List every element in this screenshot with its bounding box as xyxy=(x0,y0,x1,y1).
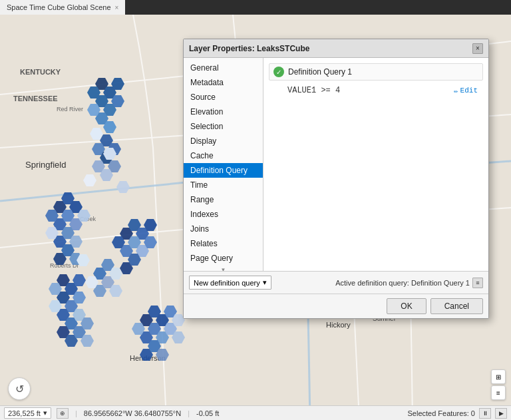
edit-label: Edit xyxy=(460,87,478,95)
layer-properties-dialog: Layer Properties: LeaksSTCube × General … xyxy=(183,39,489,319)
cancel-button[interactable]: Cancel xyxy=(430,298,483,314)
map-table-button[interactable]: ≡ xyxy=(491,385,506,400)
reset-icon: ↺ xyxy=(15,383,24,395)
edit-pencil-icon: ✏ xyxy=(454,87,458,95)
coordinates-display: 86.9565662°W 36.6480755°N xyxy=(84,409,181,417)
main-tab[interactable]: Space Time Cube Global Scene × xyxy=(0,0,125,15)
scale-arrow: ▾ xyxy=(43,409,47,417)
nav-item-definition-query[interactable]: Definition Query xyxy=(184,163,263,178)
elevation-display: -0.05 ft xyxy=(196,409,219,417)
dialog-close-button[interactable]: × xyxy=(472,43,483,54)
play-button[interactable]: ▶ xyxy=(495,408,507,419)
map-reset-button[interactable]: ↺ xyxy=(8,377,31,400)
nav-item-elevation[interactable]: Elevation xyxy=(184,105,263,119)
status-bar: 236,525 ft ▾ ⊕ | 86.9565662°W 36.6480755… xyxy=(0,405,511,420)
dropdown-arrow-icon: ▾ xyxy=(263,278,267,287)
map-right-buttons: ⊞ ≡ xyxy=(491,369,506,400)
dialog-content: ✓ Definition Query 1 VALUE1 >= 4 ✏ Edit xyxy=(263,58,488,271)
table-icon: ≡ xyxy=(496,389,500,397)
zoom-fit-button[interactable]: ⊕ xyxy=(57,408,69,419)
new-query-label: New definition query xyxy=(194,279,260,287)
nav-item-joins[interactable]: Joins xyxy=(184,222,263,236)
selected-features-text: Selected Features: 0 xyxy=(407,409,475,417)
svg-text:Hickory: Hickory xyxy=(326,321,351,329)
svg-text:Red River: Red River xyxy=(57,106,83,112)
status-right: Selected Features: 0 ⏸ ▶ xyxy=(407,408,507,419)
dialog-title: Layer Properties: LeaksSTCube xyxy=(189,44,309,53)
active-query-label: Active definition query: Definition Quer… xyxy=(335,279,470,287)
query-name: Definition Query 1 xyxy=(288,67,478,77)
nav-item-range[interactable]: Range xyxy=(184,192,263,207)
tab-close-icon[interactable]: × xyxy=(115,4,119,11)
nav-item-indexes[interactable]: Indexes xyxy=(184,207,263,222)
query-expression-row: VALUE1 >= 4 ✏ Edit xyxy=(269,83,483,98)
nav-item-time[interactable]: Time xyxy=(184,178,263,192)
nav-item-metadata[interactable]: Metadata xyxy=(184,75,263,90)
tab-label: Space Time Cube Global Scene xyxy=(7,3,111,11)
active-query-info: Active definition query: Definition Quer… xyxy=(335,278,483,288)
query-check-icon: ✓ xyxy=(273,67,284,77)
scale-icons: ⊕ xyxy=(57,408,69,419)
active-query-icon[interactable]: ≡ xyxy=(472,278,483,288)
scale-value: 236,525 ft xyxy=(8,409,41,417)
nav-item-display[interactable]: Display xyxy=(184,134,263,148)
pause-button[interactable]: ⏸ xyxy=(479,408,491,419)
nav-item-selection[interactable]: Selection xyxy=(184,119,263,134)
dialog-titlebar: Layer Properties: LeaksSTCube × xyxy=(184,39,488,58)
svg-text:KENTUCKY: KENTUCKY xyxy=(20,68,61,76)
edit-query-button[interactable]: ✏ Edit xyxy=(454,87,478,95)
new-definition-query-dropdown[interactable]: New definition query ▾ xyxy=(189,276,271,290)
query-row: ✓ Definition Query 1 xyxy=(269,63,483,81)
layers-icon: ⊞ xyxy=(496,373,501,381)
dialog-body: General Metadata Source Elevation Select… xyxy=(184,58,488,271)
nav-item-relates[interactable]: Relates xyxy=(184,236,263,251)
map-layers-button[interactable]: ⊞ xyxy=(491,369,506,384)
nav-item-source[interactable]: Source xyxy=(184,90,263,105)
nav-item-page-query[interactable]: Page Query xyxy=(184,251,263,266)
nav-scroll-down: ▼ xyxy=(184,266,263,271)
nav-item-cache[interactable]: Cache xyxy=(184,148,263,163)
dialog-nav: General Metadata Source Elevation Select… xyxy=(184,58,263,271)
nav-item-general[interactable]: General xyxy=(184,61,263,75)
tab-bar: Space Time Cube Global Scene × xyxy=(0,0,511,15)
dialog-buttons: OK Cancel xyxy=(184,294,488,318)
scale-dropdown[interactable]: 236,525 ft ▾ xyxy=(4,407,51,419)
svg-text:TENNESSEE: TENNESSEE xyxy=(13,95,58,103)
query-expression-text: VALUE1 >= 4 xyxy=(287,86,454,95)
svg-text:Springfield: Springfield xyxy=(25,160,66,170)
ok-button[interactable]: OK xyxy=(387,298,426,314)
dialog-footer: New definition query ▾ Active definition… xyxy=(184,271,488,294)
